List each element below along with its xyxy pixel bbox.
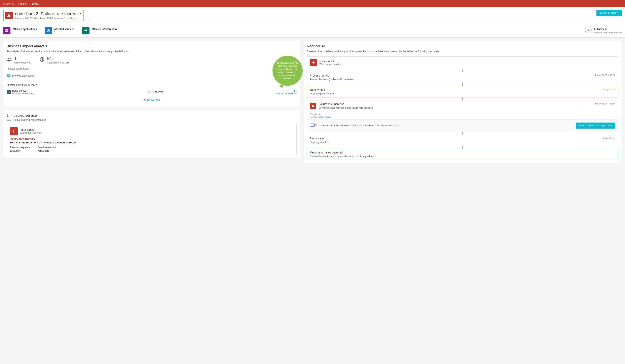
rc-service-icon (310, 59, 317, 66)
rc-service-row: node-bank2 Web request service (307, 56, 618, 69)
svg-rect-9 (85, 29, 87, 30)
svg-point-12 (8, 58, 9, 59)
service-small-icon (7, 90, 11, 94)
svg-text:!: ! (8, 14, 9, 18)
service-entry-name: node-bank2 (12, 89, 34, 92)
davis-label: DAVIS ® (594, 27, 622, 31)
annotations-card: 2 Annotations Today, 13:07 Stopping load… (307, 135, 618, 146)
service-block-name: node-bank2 (20, 128, 42, 131)
deployment-time: Today, 13:06 (603, 88, 615, 91)
problem-title: node-bank2: Failure rate increase (15, 11, 81, 16)
svg-rect-23 (311, 124, 314, 124)
connector-1 (307, 69, 618, 72)
service-block-sub: Web request service (20, 131, 42, 134)
stat-affected-apps: Affected applications – (3, 27, 43, 34)
business-impact-title: Business impact analysis (7, 44, 297, 48)
stat-affected-services: Affected services 1 (45, 27, 80, 34)
show-less-button[interactable]: Show less (7, 96, 297, 104)
svg-point-16 (40, 57, 44, 61)
close-problem-button[interactable]: Close problem (596, 10, 622, 16)
rc-service-sub: Web request service (319, 63, 341, 66)
deployment-sub: Deploying the 1.0 build (310, 92, 615, 95)
warning-icon-box: ! (5, 12, 13, 19)
service-entry-sub: Dynamic web requests (12, 92, 34, 95)
process-restart-card: Process restart Today, 13:05 – 13:06 Pro… (307, 72, 618, 83)
process-restart-time: Today, 13:05 – 13:06 (595, 74, 615, 76)
connector-5 (307, 146, 618, 149)
svg-point-7 (48, 30, 49, 31)
analyze-button[interactable]: Analyze failure rate degradation (576, 123, 615, 129)
problem-title-text: node-bank2: Failure rate increase Proble… (15, 11, 81, 20)
svg-point-15 (10, 60, 12, 61)
events-on-link[interactable]: node-bank2 (318, 116, 331, 118)
right-panel: Root cause Based on time correlation and… (303, 41, 622, 163)
root-cause-title: Root cause (307, 44, 618, 48)
deployment-title: Deployment (310, 88, 325, 91)
svg-rect-3 (7, 29, 8, 30)
metric-anomaly-sub: Review the metrics which show abnormal o… (310, 155, 615, 158)
root-cause-desc: Based on time correlation and analysis o… (307, 50, 618, 53)
tooltip-text: The Davis AI detected root-cause will he… (275, 61, 300, 80)
analyze-icon (310, 121, 318, 130)
svg-text:!: ! (313, 105, 313, 107)
svg-point-14 (10, 58, 11, 59)
deployment-card: Deployment Today, 13:06 Deploying the 1.… (307, 86, 618, 97)
failure-sub: Service method /api/users has failure ra… (318, 107, 615, 109)
stat-affected-infra: Affected infrastructure – (82, 27, 124, 34)
globe-icon: 🌐 (7, 74, 11, 78)
breadcrumb-separator: › (16, 2, 17, 5)
service-block: node-bank2 Web request service Failure r… (7, 124, 297, 155)
failure-time: Today, 13:04 – 13:14 (595, 102, 615, 105)
failure-rate-label: Failure rate increase (10, 137, 294, 140)
svg-rect-4 (5, 31, 7, 32)
impacted-service-card: 1 impacted service 10.2+ Requests per mi… (3, 110, 300, 159)
annotations-time: Today, 13:07 (603, 137, 615, 140)
breadcrumb-problems-link[interactable]: Problems (3, 2, 14, 5)
warning-triangle-icon: ! (7, 13, 11, 18)
svg-rect-8 (85, 30, 87, 31)
problem-subtitle: Problem P-21061 detected at 13:09 (open … (15, 17, 81, 20)
connector-4 (307, 132, 618, 135)
service-calls-label: Affected service calls (47, 61, 70, 64)
failure-title: Failure rate increase (318, 102, 344, 106)
connector-2 (307, 83, 618, 86)
affected-apps-value: – (12, 30, 14, 33)
connector-3 (307, 97, 618, 100)
affected-infra-label: Affected infrastructure (92, 28, 118, 30)
affected-requests-label: Affected requests (10, 146, 30, 149)
service-calls-metric: 54 Affected service calls (39, 56, 70, 64)
svg-point-13 (7, 60, 10, 61)
svg-rect-2 (5, 29, 7, 30)
svg-rect-24 (311, 125, 314, 125)
impacted-service-title: 1 impacted service (7, 113, 297, 118)
users-label: Users observed (14, 61, 31, 64)
impacted-service-sub: 10.2+ Requests per minute impacted (7, 118, 297, 121)
stats-row: Affected applications – Affected service… (0, 24, 625, 38)
metrics-row: 1 Users observed 54 Affected se (7, 56, 297, 64)
davis-logo-icon (584, 26, 592, 35)
business-impact-card: Business impact analysis An analysis of … (3, 41, 300, 107)
affected-apps-icon (3, 27, 10, 34)
affected-services-section-title: Affected entry point services (7, 84, 297, 86)
events-on-label: Events on: (310, 113, 321, 116)
svg-point-20 (313, 62, 314, 63)
service-calls-num: 54 (47, 56, 70, 61)
service-method-value: /api/users (38, 149, 49, 152)
affected-infra-icon (82, 27, 90, 34)
main-content: Business impact analysis An analysis of … (0, 38, 625, 167)
analyze-text: Understand which requests fail and the u… (320, 124, 573, 127)
affected-services-value: 1 (54, 30, 56, 33)
breadcrumb: Problems › Problem P-21061 (0, 0, 625, 7)
svg-rect-5 (7, 31, 8, 32)
users-metric: 1 Users observed (7, 56, 31, 64)
root-cause-card: Root cause Based on time correlation and… (303, 41, 622, 163)
service-method-col: Service method /api/users (38, 146, 56, 152)
service-entry-row: node-bank2 Dynamic web requests (100 % a… (7, 88, 297, 96)
threshold-text: Your custom threshold of 0 % was exceede… (10, 141, 294, 144)
davis-sub: analyzed 236 dependencies (594, 31, 622, 34)
svg-marker-27 (314, 124, 316, 126)
affected-requests-value: 10.2 /min (10, 149, 20, 152)
affected-apps-label: Affected applications (12, 28, 37, 30)
business-impact-desc: An analysis of all affected service call… (7, 50, 297, 53)
affected-services-icon (45, 27, 52, 34)
